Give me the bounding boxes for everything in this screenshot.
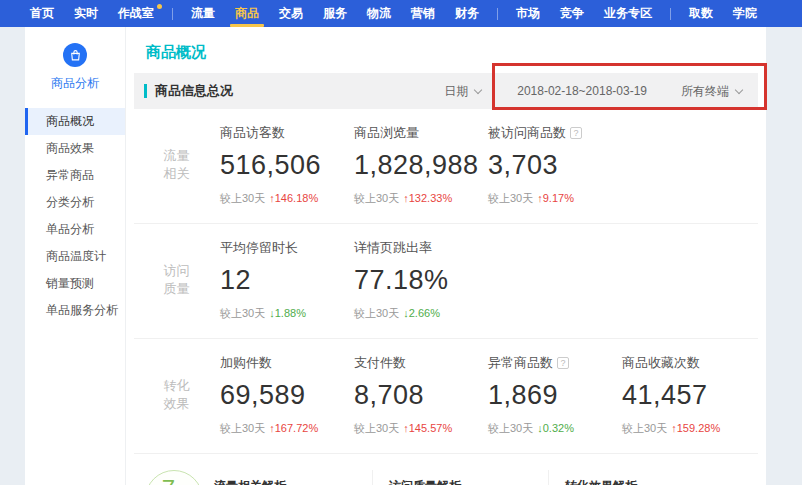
section-header: 商品信息总况 日期 2018-02-18~2018-03-19 所有终端 — [134, 73, 758, 109]
metric-compare: 较上30天↑9.17% — [488, 191, 622, 206]
metric-product-visitors: 商品访客数 516,506 较上30天↑146.18% — [220, 124, 354, 206]
metric-cart-adds: 加购件数 69,589 较上30天↑167.72% — [220, 354, 354, 436]
metric-row-conversion: 转化效果 加购件数 69,589 较上30天↑167.72% 支付件数 8,70… — [134, 339, 758, 454]
page-title: 商品概况 — [146, 43, 766, 62]
metric-label: 被访问商品数 — [488, 124, 566, 142]
sidebar-item-abnormal-products[interactable]: 异常商品 — [25, 162, 125, 189]
insight-title: 流量相关解析 — [214, 478, 372, 485]
metric-label: 异常商品数 — [488, 354, 553, 372]
metric-label: 支付件数 — [354, 354, 406, 372]
metric-label: 平均停留时长 — [220, 239, 298, 257]
nav-item-finance[interactable]: 财务 — [445, 0, 489, 27]
metric-value: 12 — [220, 265, 354, 296]
seven-day-badge: 7天 数据解读 — [145, 470, 203, 485]
metric-row-traffic: 流量相关 商品访客数 516,506 较上30天↑146.18% 商品浏览量 1… — [134, 109, 758, 224]
group-label: 访问质量 — [134, 239, 220, 321]
sidebar-item-single-product-service[interactable]: 单品服务分析 — [25, 297, 125, 324]
accent-bar — [144, 84, 147, 98]
terminal-dropdown-value: 所有终端 — [681, 83, 729, 100]
screen: 首页 实时 作战室 流量 商品 交易 服务 物流 营销 财务 市场 竞争 业务专… — [0, 0, 802, 485]
metric-label: 商品浏览量 — [354, 124, 419, 142]
sidebar-item-single-product-analysis[interactable]: 单品分析 — [25, 216, 125, 243]
nav-item-market[interactable]: 市场 — [506, 0, 550, 27]
insight-traffic: 流量相关解析 — [214, 470, 372, 485]
insight-conversion: 转化效果解析 加购转化率表现还不错，但支付转化率低于同行平均，赶快到异常商品并结… — [548, 470, 724, 485]
metric-value: 516,506 — [220, 150, 354, 181]
metric-compare: 较上30天↑167.72% — [220, 421, 354, 436]
metrics: 流量相关 商品访客数 516,506 较上30天↑146.18% 商品浏览量 1… — [134, 109, 758, 454]
nav-item-traffic[interactable]: 流量 — [181, 0, 225, 27]
metric-favorites: 商品收藏次数 41,457 较上30天↑159.28% — [622, 354, 756, 436]
nav-item-realtime[interactable]: 实时 — [64, 0, 108, 27]
nav-item-data-extract[interactable]: 取数 — [679, 0, 723, 27]
metric-value: 41,457 — [622, 380, 756, 411]
help-icon[interactable]: ? — [570, 127, 582, 139]
nav-divider — [172, 8, 173, 20]
date-dropdown[interactable]: 日期 — [444, 83, 483, 100]
nav-item-marketing[interactable]: 营销 — [401, 0, 445, 27]
group-label: 转化效果 — [134, 354, 220, 436]
metric-detail-bounce-rate: 详情页跳出率 77.18% 较上30天↓2.66% — [354, 239, 488, 321]
group-label: 流量相关 — [134, 124, 220, 206]
notification-dot — [157, 4, 162, 9]
metric-value: 8,708 — [354, 380, 488, 411]
sidebar-section-title: 商品分析 — [25, 75, 125, 92]
terminal-dropdown[interactable]: 所有终端 — [681, 83, 744, 100]
metric-value: 1,869 — [488, 380, 622, 411]
metric-row-visit-quality: 访问质量 平均停留时长 12 较上30天↓1.88% 详情页跳出率 77.18%… — [134, 224, 758, 339]
metric-label: 商品收藏次数 — [622, 354, 700, 372]
nav-item-business-zone[interactable]: 业务专区 — [594, 0, 662, 27]
metric-compare: 较上30天↑145.57% — [354, 421, 488, 436]
metric-value: 3,703 — [488, 150, 622, 181]
nav-item-warroom-label: 作战室 — [118, 6, 154, 20]
metric-value: 1,828,988 — [354, 150, 488, 181]
insight-title: 访问质量解析 — [389, 478, 548, 485]
nav-item-products[interactable]: 商品 — [225, 0, 269, 27]
sidebar-menu: 商品概况 商品效果 异常商品 分类分析 单品分析 商品温度计 销量预测 单品服务… — [25, 108, 125, 324]
sidebar: 商品分析 商品概况 商品效果 异常商品 分类分析 单品分析 商品温度计 销量预测… — [25, 27, 125, 485]
metric-visited-products: 被访问商品数 ? 3,703 较上30天↑9.17% — [488, 124, 622, 206]
sidebar-item-product-thermometer[interactable]: 商品温度计 — [25, 243, 125, 270]
section-title: 商品信息总况 — [155, 82, 233, 100]
nav-divider — [497, 8, 498, 20]
nav-item-service[interactable]: 服务 — [313, 0, 357, 27]
sidebar-item-product-effect[interactable]: 商品效果 — [25, 135, 125, 162]
main-panel: 商品概况 商品信息总况 日期 2018-02-18~2018-03-19 所有终… — [125, 27, 766, 485]
chevron-down-icon — [474, 85, 482, 93]
help-icon[interactable]: ? — [557, 357, 569, 369]
nav-item-academy[interactable]: 学院 — [723, 0, 767, 27]
metric-compare: 较上30天↑132.33% — [354, 191, 488, 206]
metric-compare: 较上30天↓2.66% — [354, 306, 488, 321]
metric-value: 69,589 — [220, 380, 354, 411]
sidebar-item-sales-forecast[interactable]: 销量预测 — [25, 270, 125, 297]
insight-title: 转化效果解析 — [565, 478, 724, 485]
metric-compare: 较上30天↓0.32% — [488, 421, 622, 436]
metric-compare: 较上30天↑159.28% — [622, 421, 756, 436]
nav-item-warroom[interactable]: 作战室 — [108, 0, 164, 27]
date-range-value[interactable]: 2018-02-18~2018-03-19 — [517, 84, 647, 98]
shopping-bag-icon — [69, 49, 82, 62]
metric-label: 加购件数 — [220, 354, 272, 372]
top-nav: 首页 实时 作战室 流量 商品 交易 服务 物流 营销 财务 市场 竞争 业务专… — [0, 0, 802, 27]
nav-divider — [670, 8, 671, 20]
metric-avg-stay-time: 平均停留时长 12 较上30天↓1.88% — [220, 239, 354, 321]
date-dropdown-label: 日期 — [444, 83, 468, 100]
sidebar-item-category-analysis[interactable]: 分类分析 — [25, 189, 125, 216]
chevron-down-icon — [735, 85, 743, 93]
sidebar-item-product-overview[interactable]: 商品概况 — [25, 108, 125, 135]
metric-compare: 较上30天↓1.88% — [220, 306, 354, 321]
insight-visit-quality: 访问质量解析 虽然商品详情页日均跳出率比同行平均好，但平均停留时间低于同行平均，… — [372, 470, 548, 485]
metric-compare: 较上30天↑146.18% — [220, 191, 354, 206]
nav-item-home[interactable]: 首页 — [20, 0, 64, 27]
badge-number: 7 — [162, 475, 175, 485]
metric-value: 77.18% — [354, 265, 488, 296]
metric-abnormal-products: 异常商品数 ? 1,869 较上30天↓0.32% — [488, 354, 622, 436]
metric-product-pageviews: 商品浏览量 1,828,988 较上30天↑132.33% — [354, 124, 488, 206]
nav-item-trade[interactable]: 交易 — [269, 0, 313, 27]
metric-label: 详情页跳出率 — [354, 239, 432, 257]
insights-section: 7天 数据解读 流量相关解析 访问质量解析 虽然商品详情页日均跳出率比同行平均好… — [134, 454, 758, 485]
nav-item-competition[interactable]: 竞争 — [550, 0, 594, 27]
nav-item-logistics[interactable]: 物流 — [357, 0, 401, 27]
metric-label: 商品访客数 — [220, 124, 285, 142]
product-analysis-icon — [63, 43, 87, 67]
